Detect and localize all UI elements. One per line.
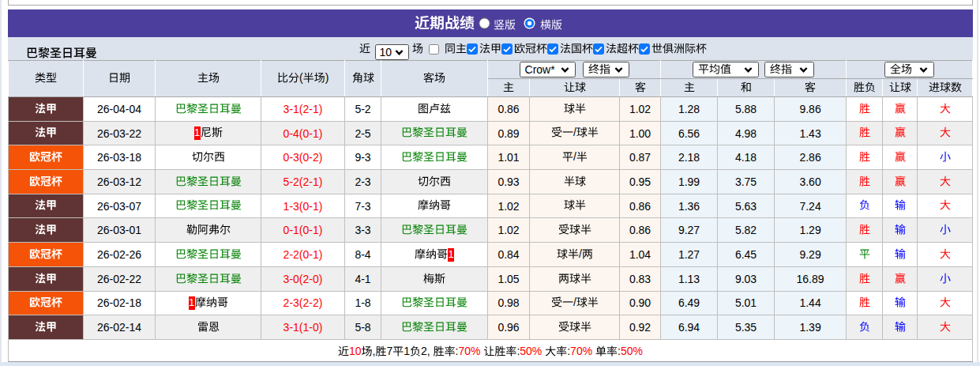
svg-text:50%: 50%	[621, 345, 643, 358]
svg-text:/: /	[573, 126, 576, 138]
svg-text:7: 7	[387, 345, 393, 358]
svg-text:1: 1	[404, 345, 410, 358]
svg-text:): )	[325, 72, 329, 84]
svg-text:50%: 50%	[520, 345, 542, 358]
svg-text:70%: 70%	[459, 345, 481, 358]
svg-text:10: 10	[349, 345, 362, 358]
svg-text:/: /	[579, 248, 582, 260]
svg-text:/: /	[573, 151, 576, 163]
svg-text:2,: 2,	[421, 345, 430, 358]
svg-text:/: /	[573, 296, 576, 308]
svg-text:,: ,	[373, 345, 376, 358]
svg-text:(: (	[299, 72, 303, 84]
svg-text:70%: 70%	[570, 345, 592, 358]
